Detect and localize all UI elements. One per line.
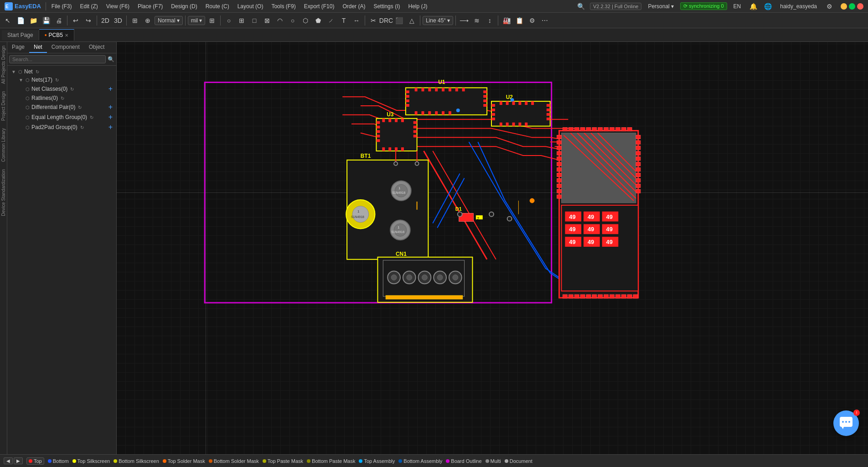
nets-refresh-icon[interactable]: ↻ [55, 78, 59, 83]
undo-tool[interactable]: ↩ [70, 15, 82, 26]
menu-export[interactable]: Export (F10) [300, 2, 338, 10]
all-projects-panel[interactable]: All Projects Design [0, 42, 7, 88]
menu-place[interactable]: Place (F7) [134, 2, 166, 10]
tab-start-page[interactable]: Start Page [2, 30, 39, 40]
view-2d[interactable]: 2D [99, 15, 111, 26]
panel-search-input[interactable] [9, 55, 106, 63]
lang-selector[interactable]: EN [730, 2, 745, 10]
table-tool[interactable]: ⊞ [206, 15, 218, 26]
tree-ratlines[interactable]: ⬡ Ratlines(0) ↻ [9, 94, 114, 102]
nav-next[interactable]: ▶ [14, 457, 23, 464]
panel-tab-object[interactable]: Object [84, 42, 109, 53]
menu-route[interactable]: Route (C) [202, 2, 233, 10]
net-classes-add[interactable]: + [108, 85, 113, 93]
drc-tool[interactable]: DRC [380, 15, 392, 26]
layer-top[interactable]: Top [26, 457, 44, 465]
nav-prev[interactable]: ◀ [4, 457, 13, 464]
app-logo[interactable]: E EasyEDA [2, 2, 44, 10]
bom-tool[interactable]: 📋 [513, 15, 525, 26]
select-tool[interactable]: ↖ [2, 15, 14, 26]
highlight-tool[interactable]: △ [406, 15, 418, 26]
tab-pcb5[interactable]: • PCB5 ✕ [39, 29, 74, 41]
menu-design[interactable]: Design (D) [167, 2, 201, 10]
component-tool[interactable]: ○ [223, 15, 235, 26]
layer-bottom[interactable]: Bottom [48, 458, 69, 464]
menu-order[interactable]: Order (A) [339, 2, 369, 10]
route-btn2[interactable]: ≋ [471, 15, 483, 26]
via-tool[interactable]: □ [248, 15, 260, 26]
tree-diff-pair[interactable]: ⬡ Differential Pair(0) ↻ + [9, 102, 114, 112]
circle-tool[interactable]: ○ [287, 15, 299, 26]
layer-document[interactable]: Document [505, 458, 532, 464]
view-3d[interactable]: 3D [112, 15, 124, 26]
layer-top-paste-mask[interactable]: Top Paste Mask [263, 458, 303, 464]
diff-pair-refresh-icon[interactable]: ↻ [78, 105, 82, 110]
ratlines-refresh-icon[interactable]: ↻ [61, 96, 64, 101]
tree-pad2pad[interactable]: ⬡ Pad2Pad Group(0) ↻ + [9, 122, 114, 132]
copper-tool[interactable]: ⬛ [393, 15, 405, 26]
pcb-canvas[interactable]: U1 [117, 42, 868, 454]
minimize-button[interactable] [841, 3, 847, 10]
device-std-panel[interactable]: Device Standardization [0, 166, 7, 220]
common-library-panel[interactable]: Common Library [0, 125, 7, 166]
trace-tool[interactable]: ⊠ [261, 15, 273, 26]
tree-net-classes[interactable]: ⬡ Net Classes(0) ↻ + [9, 84, 114, 94]
pad2pad-refresh-icon[interactable]: ↻ [80, 125, 84, 130]
close-button[interactable] [857, 3, 863, 10]
menu-file[interactable]: File (F3) [48, 2, 76, 10]
layer-bottom-solder-mask[interactable]: Bottom Solder Mask [209, 458, 259, 464]
layer-top-silkscreen[interactable]: Top Silkscreen [72, 458, 110, 464]
pad-tool[interactable]: ⊞ [236, 15, 248, 26]
extra-tool[interactable]: ⋯ [539, 15, 551, 26]
layer-board-outline[interactable]: Board Outline [446, 458, 481, 464]
print-tool[interactable]: 🖨 [53, 15, 65, 26]
project-design-panel[interactable]: Project Design [0, 88, 7, 125]
panel-tab-component[interactable]: Component [47, 42, 84, 53]
chat-widget[interactable]: ! [833, 410, 859, 436]
canvas-area[interactable]: U1 [117, 42, 868, 454]
layer-top-assembly[interactable]: Top Assembly [359, 458, 395, 464]
gerber-tool[interactable]: ⚙ [526, 15, 538, 26]
equal-length-refresh-icon[interactable]: ↻ [90, 115, 93, 120]
tree-refresh-icon[interactable]: ↻ [36, 69, 39, 74]
tree-equal-length[interactable]: ⬡ Equal Length Group(0) ↻ + [9, 112, 114, 122]
search-button[interactable]: 🔍 [575, 0, 587, 12]
menu-help[interactable]: Help (J) [404, 2, 431, 10]
line-tool[interactable]: ⟋ [325, 15, 337, 26]
polygon-tool[interactable]: ⬡ [300, 15, 311, 26]
menu-settings[interactable]: Settings (I) [370, 2, 403, 10]
settings-icon[interactable]: ⚙ [823, 0, 835, 12]
snap-tool[interactable]: ⊕ [142, 15, 154, 26]
pcb5-close[interactable]: ✕ [65, 33, 68, 38]
new-tool[interactable]: 📄 [15, 15, 26, 26]
fill-tool[interactable]: ⬟ [312, 15, 324, 26]
tree-root-net[interactable]: ▼ ⬡ Net ↻ [9, 67, 114, 76]
diff-pair-add[interactable]: + [108, 103, 113, 111]
layer-multi[interactable]: Multi [486, 458, 501, 464]
net-classes-refresh-icon[interactable]: ↻ [70, 87, 74, 92]
text-tool[interactable]: T [338, 15, 350, 26]
unit-dropdown[interactable]: mil ▾ [188, 16, 205, 25]
measure-tool[interactable]: ↔ [351, 15, 362, 26]
menu-view[interactable]: View (F6) [103, 2, 133, 10]
mode-dropdown[interactable]: Normal ▾ [155, 16, 183, 25]
route-btn1[interactable]: ⟶ [458, 15, 470, 26]
equal-length-add[interactable]: + [108, 113, 113, 121]
search-icon[interactable]: 🔍 [108, 56, 114, 62]
open-tool[interactable]: 📁 [27, 15, 39, 26]
grid-tool[interactable]: ⊞ [129, 15, 141, 26]
user-name[interactable]: haidy_easyeda [776, 2, 821, 10]
notification-icon[interactable]: 🔔 [747, 0, 759, 12]
pad2pad-add[interactable]: + [108, 123, 113, 131]
save-tool[interactable]: 💾 [40, 15, 52, 26]
tree-nets[interactable]: ▼ ⬡ Nets(17) ↻ [9, 76, 114, 84]
layer-bottom-paste-mask[interactable]: Bottom Paste Mask [307, 458, 355, 464]
fab-tool[interactable]: 🏭 [501, 15, 512, 26]
arc-tool[interactable]: ◠ [274, 15, 286, 26]
layer-top-solder-mask[interactable]: Top Solder Mask [163, 458, 205, 464]
sync-badge[interactable]: ⟳ synchronizing 0 [680, 2, 727, 10]
menu-layout[interactable]: Layout (O) [234, 2, 267, 10]
layer-bottom-silkscreen[interactable]: Bottom Silkscreen [114, 458, 159, 464]
maximize-button[interactable] [849, 3, 855, 10]
route-btn3[interactable]: ↕ [484, 15, 496, 26]
